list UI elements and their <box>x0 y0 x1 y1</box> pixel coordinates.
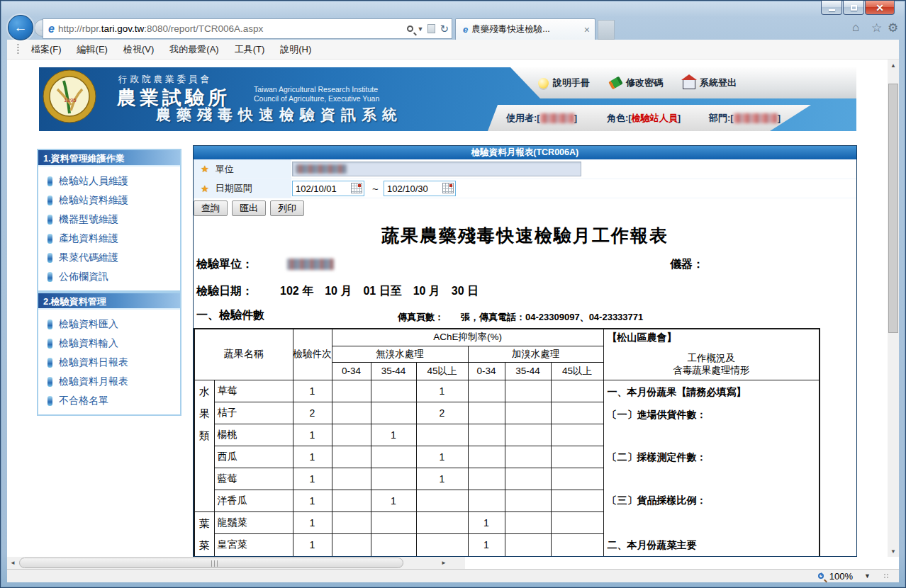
report-date-label: 檢驗日期： <box>196 284 253 299</box>
value-cell <box>505 511 551 534</box>
sidebar-item[interactable]: 檢驗站資料維護 <box>38 191 180 210</box>
report-date-row: 檢驗日期： 102 年 10 月 01 日至 10 月 30 日 <box>194 284 856 301</box>
note-line: 〔一〕進場供貨件數： <box>608 409 707 422</box>
home-icon[interactable]: ⌂ <box>852 21 859 35</box>
sidebar-item[interactable]: 檢驗資料輸入 <box>38 334 180 353</box>
manual-link[interactable]: 說明手冊 <box>532 77 596 89</box>
calendar-icon[interactable] <box>442 183 454 193</box>
gear-icon[interactable]: ⚙ <box>888 21 898 35</box>
zoom-level[interactable]: 100% <box>829 571 853 582</box>
value-cell: 1 <box>416 380 468 402</box>
date-range-label: 日期區間 <box>216 182 252 195</box>
logout-link[interactable]: 系統登出 <box>676 77 743 89</box>
scroll-up-icon[interactable]: ▲ <box>888 60 899 71</box>
sidebar-item[interactable]: 檢驗資料日報表 <box>38 353 180 372</box>
logout-home-icon <box>683 79 695 89</box>
change-password-link[interactable]: 修改密碼 <box>603 77 669 89</box>
produce-name-cell: 龍鬚菜 <box>214 511 293 534</box>
value-cell <box>416 424 468 446</box>
sidebar-item[interactable]: 不合格名單 <box>38 391 180 410</box>
favorites-star-icon[interactable]: ☆ <box>871 21 882 35</box>
value-cell <box>416 490 468 511</box>
inspection-table: 蔬果名稱 檢驗件次 AChE抑制率(%) 【松山區農會】 工作概況及含毒蔬果處理… <box>194 328 820 557</box>
value-cell <box>332 402 371 424</box>
sidebar-item[interactable]: 產地資料維護 <box>38 229 180 248</box>
unit-input[interactable] <box>292 162 581 176</box>
bullet-icon <box>47 358 52 368</box>
sidebar-item[interactable]: 檢驗資料月報表 <box>38 372 180 391</box>
panel-title: 檢驗資料月報表(TCR006A) <box>194 146 856 159</box>
minimize-icon <box>829 9 835 11</box>
refresh-icon[interactable]: ↻ <box>440 23 449 35</box>
value-cell <box>551 468 603 490</box>
menu-bar: 檔案(F) 編輯(E) 檢視(V) 我的最愛(A) 工具(T) 說明(H) <box>7 40 899 60</box>
vertical-scrollbar[interactable]: ▲ ▼ <box>888 60 899 557</box>
note-line: 〔三〕貨品採樣比例： <box>608 494 707 507</box>
value-cell <box>551 380 603 402</box>
value-cell <box>332 424 371 446</box>
section-row: 一、檢驗件數 傳真頁數：張，傳真電話：04-23309097、04-233337… <box>194 308 856 324</box>
gov-name: 行政院農業委員會 <box>118 74 212 86</box>
value-cell: 1 <box>293 424 332 446</box>
horizontal-scrollbar-thumb[interactable] <box>19 558 403 568</box>
menu-edit[interactable]: 編輯(E) <box>69 40 116 59</box>
close-button[interactable]: ✕ <box>865 1 895 15</box>
menu-help[interactable]: 說明(H) <box>272 40 319 59</box>
sidebar-item[interactable]: 檢驗資料匯入 <box>38 315 180 334</box>
browser-tab[interactable]: e 農藥殘毒快速檢驗... × <box>455 18 595 40</box>
export-button[interactable]: 匯出 <box>232 200 266 216</box>
zoom-dropdown-icon[interactable]: ▼ <box>864 572 871 579</box>
value-cell: 1 <box>371 424 416 446</box>
search-icon[interactable] <box>407 26 413 32</box>
vertical-scrollbar-thumb[interactable] <box>888 84 898 333</box>
new-tab-button[interactable] <box>598 20 615 40</box>
query-button[interactable]: 查詢 <box>194 200 228 216</box>
back-button[interactable]: ← <box>8 15 33 40</box>
produce-name-cell: 桔子 <box>214 402 293 424</box>
scroll-down-icon[interactable]: ▼ <box>888 545 899 557</box>
bullet-icon <box>47 339 52 349</box>
browser-window: { "browser": { "url_prefix": "http://rbp… <box>0 0 906 588</box>
value-cell <box>551 511 603 534</box>
scrollbar-gap <box>465 557 899 569</box>
tab-close-icon[interactable]: × <box>584 24 590 35</box>
minimize-button[interactable] <box>821 1 842 15</box>
dept-field: 部門:[ ] <box>709 112 781 125</box>
tab-favicon: e <box>463 24 468 35</box>
sidebar-item[interactable]: 公佈欄資訊 <box>38 267 180 286</box>
scroll-left-icon[interactable]: ◄ <box>7 557 18 569</box>
menu-favorites[interactable]: 我的最愛(A) <box>162 40 226 59</box>
sidebar-item[interactable]: 機器型號維護 <box>38 210 180 229</box>
value-cell <box>505 402 551 424</box>
col-header-count: 檢驗件次 <box>293 329 332 380</box>
value-cell: 2 <box>293 402 332 424</box>
value-cell: 2 <box>416 402 468 424</box>
scroll-right-icon[interactable]: ► <box>438 557 449 569</box>
horizontal-scrollbar[interactable]: ◄ ► <box>7 557 465 569</box>
value-cell <box>551 534 603 557</box>
work-notes-cell: 一、本月份蔬果【請務必填寫】〔一〕進場供貨件數：〔二〕採樣測定件數：〔三〕貨品採… <box>603 380 820 557</box>
compatibility-view-icon[interactable] <box>427 24 435 33</box>
search-dropdown-icon[interactable]: ▼ <box>418 26 424 33</box>
col-header-ache: AChE抑制率(%) <box>332 329 603 346</box>
col-header-name: 蔬果名稱 <box>194 329 293 380</box>
sidebar-item[interactable]: 檢驗站人員維護 <box>38 171 180 191</box>
system-name: 農藥殘毒快速檢驗資訊系統 <box>156 105 403 125</box>
bullet-icon <box>47 253 52 263</box>
value-cell <box>332 490 371 511</box>
calendar-icon[interactable] <box>351 183 362 193</box>
value-cell: 1 <box>293 511 332 534</box>
value-cell: 1 <box>468 511 505 534</box>
address-bar[interactable]: e http://rbpr.tari.gov.tw:8080/report/TC… <box>43 18 452 39</box>
redacted-unit-value <box>296 164 347 174</box>
menu-tools[interactable]: 工具(T) <box>227 40 273 59</box>
maximize-button[interactable] <box>843 1 864 15</box>
sidebar-item[interactable]: 果菜代碼維護 <box>38 248 180 267</box>
bullet-icon <box>47 215 52 225</box>
zoom-magnifier-icon[interactable] <box>818 573 824 579</box>
value-cell <box>468 446 505 468</box>
print-button[interactable]: 列印 <box>270 200 304 216</box>
report-date-value: 102 年 10 月 01 日至 10 月 30 日 <box>280 284 479 299</box>
menu-file[interactable]: 檔案(F) <box>23 40 69 59</box>
menu-view[interactable]: 檢視(V) <box>116 40 162 59</box>
